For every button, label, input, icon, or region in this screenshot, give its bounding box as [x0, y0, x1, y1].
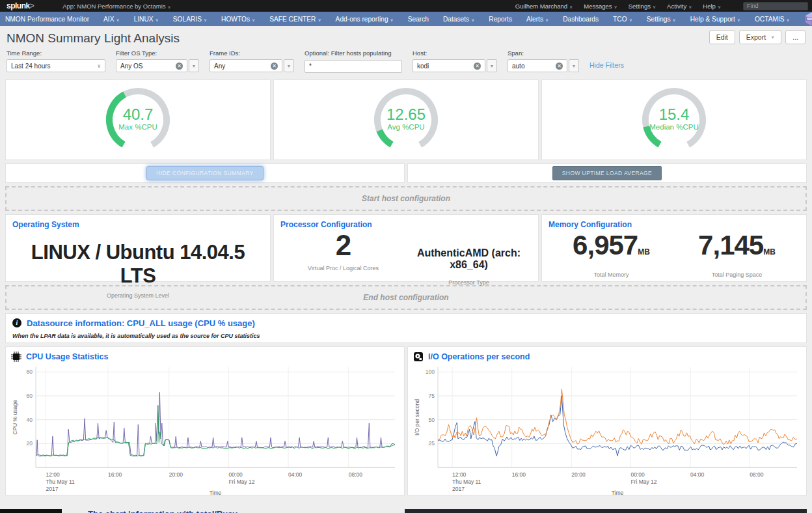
nav-item-datasets[interactable]: Datasets∨: [443, 16, 474, 23]
total-paging-value: 7,145MB: [674, 230, 800, 267]
topbar-menu-guilhem-marchand[interactable]: Guilhem Marchand∨: [515, 3, 573, 10]
nav-item-safe-center[interactable]: SAFE CENTER∨: [269, 16, 321, 23]
app-menu[interactable]: App: NMON Performance by Octamis∨: [62, 3, 171, 10]
chevron-down-icon: ∨: [318, 18, 321, 22]
cpu-usage-chart[interactable]: 20406080CPU % usage12:00Thu May 11201716…: [11, 363, 399, 495]
chevron-down-icon: ∨: [116, 18, 120, 22]
frame-ids-combo[interactable]: Any✕: [210, 59, 282, 72]
more-button[interactable]: ...: [785, 30, 805, 44]
span-label: Span:: [508, 49, 579, 57]
svg-text:04:00: 04:00: [288, 471, 303, 478]
show-uptime-load-average-button[interactable]: SHOW UPTIME LOAD AVERAGE: [552, 166, 662, 180]
nmon-cube-icon: NMON: [804, 12, 812, 26]
nav-item-aix[interactable]: AIX∨: [103, 16, 120, 23]
operating-system-title: Operating System: [12, 220, 264, 229]
filter-os-type: Filter OS Type: Any OS✕ ▼: [116, 49, 199, 72]
chevron-down-icon: ∨: [673, 18, 676, 22]
nav-item-reports[interactable]: Reports: [489, 16, 512, 23]
nav-item-solaris[interactable]: SOLARIS∨: [173, 16, 207, 23]
span-combo[interactable]: auto✕: [508, 59, 567, 72]
nav-item-search[interactable]: Search: [408, 16, 429, 23]
chevron-down-icon: ∨: [629, 18, 632, 22]
os-type-dropdown-button[interactable]: ▼: [189, 59, 199, 72]
io-chart-title: I/O Operations per second: [428, 352, 530, 361]
hosts-populating-label: Optional: Filter hosts populating: [304, 49, 402, 57]
gauge-label: Median %CPU: [649, 123, 698, 131]
nav-item-settings[interactable]: Settings∨: [647, 16, 676, 23]
operating-system-panel: Operating System LINUX / Ubuntu 14.04.5 …: [5, 214, 271, 282]
chevron-down-icon: ∨: [204, 18, 207, 22]
export-button[interactable]: Export∨: [739, 30, 781, 44]
chevron-down-icon: ∨: [390, 18, 394, 22]
filter-time-range: Time Range: Last 24 hours∨: [7, 49, 105, 72]
cpu-chip-icon: [11, 352, 21, 362]
edit-button[interactable]: Edit: [709, 30, 735, 44]
svg-text:16:00: 16:00: [512, 471, 526, 478]
chevron-down-icon: ∨: [718, 5, 721, 9]
hosts-populating-input[interactable]: [304, 60, 402, 73]
svg-text:20:00: 20:00: [571, 471, 586, 478]
host-combo[interactable]: kodi✕: [413, 59, 485, 72]
splunk-logo-caret: >: [30, 1, 34, 10]
chevron-down-icon: ∨: [168, 5, 171, 9]
chevron-down-icon: ∨: [614, 5, 617, 9]
nav-item-linux[interactable]: LINUX∨: [134, 16, 159, 23]
chevron-down-icon: ∨: [653, 5, 656, 9]
virtual-proc-value: 2: [280, 230, 406, 260]
processor-configuration-panel: Processor Configuration 2 Virtual Proc /…: [273, 214, 539, 282]
cpu-usage-chart-panel: CPU Usage Statistics 20406080CPU % usage…: [5, 346, 405, 495]
clear-icon[interactable]: ✕: [271, 62, 278, 70]
clear-icon[interactable]: ✕: [474, 62, 481, 70]
svg-text:08:00: 08:00: [349, 471, 363, 478]
nav-item-dashboards[interactable]: Dashboards: [563, 16, 599, 23]
filter-frame-ids: Frame IDs: Any✕ ▼: [210, 49, 294, 72]
series-cpu-green: [36, 405, 395, 456]
nav-item-howtos[interactable]: HOWTOs∨: [221, 16, 255, 23]
radial-gauge: 15.4 Median %CPU: [636, 82, 712, 158]
gauge-panel-max-cpu: 40.7 Max %CPU: [5, 79, 271, 160]
filter-bar: Time Range: Last 24 hours∨ Filter OS Typ…: [0, 46, 812, 79]
nav-item-add-ons-reporting[interactable]: Add-ons reporting∨: [336, 16, 394, 23]
span-dropdown-button[interactable]: ▼: [569, 59, 579, 72]
io-operations-chart-panel: I/O Operations per second 255075100I/O p…: [407, 346, 807, 495]
chevron-down-icon: ∨: [156, 18, 159, 22]
time-range-select[interactable]: Last 24 hours∨: [7, 59, 105, 72]
nav-item-octamis[interactable]: OCTAMIS∨: [755, 16, 790, 23]
find-input[interactable]: [743, 2, 808, 10]
splunk-logo[interactable]: splunk>: [7, 1, 34, 10]
nav-item-nmon-performance-monitor[interactable]: NMON Performance Monitor: [5, 16, 89, 23]
svg-text:Thu May 11: Thu May 11: [46, 478, 75, 485]
os-type-combo[interactable]: Any OS✕: [116, 59, 187, 72]
clear-icon[interactable]: ✕: [176, 62, 183, 70]
nav-item-tco[interactable]: TCO∨: [613, 16, 632, 23]
topbar-menu-activity[interactable]: Activity∨: [667, 3, 692, 10]
frame-ids-label: Frame IDs:: [210, 49, 294, 57]
svg-text:I/O per second: I/O per second: [414, 398, 420, 435]
host-dropdown-button[interactable]: ▼: [487, 59, 497, 72]
nav-item-help-support[interactable]: Help & Support∨: [690, 16, 740, 23]
gauge-label: Max %CPU: [118, 123, 157, 131]
svg-text:100: 100: [426, 368, 435, 375]
chevron-down-icon: ∨: [252, 18, 255, 22]
hide-filters-link[interactable]: Hide Filters: [589, 61, 624, 69]
svg-text:16:00: 16:00: [108, 471, 122, 478]
gauge-panel-median-cpu: 15.4 Median %CPU: [541, 79, 807, 160]
topbar-menus: Guilhem Marchand∨Messages∨Settings∨Activ…: [515, 3, 732, 10]
topbar-menu-messages[interactable]: Messages∨: [584, 3, 617, 10]
filter-host: Host: kodi✕ ▼: [413, 49, 497, 72]
svg-text:60: 60: [27, 393, 33, 399]
topbar-menu-help[interactable]: Help∨: [703, 3, 721, 10]
svg-text:Time: Time: [210, 490, 222, 495]
io-operations-chart[interactable]: 255075100I/O per second12:00Thu May 1120…: [413, 363, 801, 495]
nav-item-alerts[interactable]: Alerts∨: [526, 16, 548, 23]
hide-configuration-summary-button[interactable]: HIDE CONFIGURATION SUMMARY: [146, 166, 263, 180]
topbar-menu-settings[interactable]: Settings∨: [629, 3, 656, 10]
frame-ids-dropdown-button[interactable]: ▼: [284, 59, 294, 72]
filter-hosts-populating: Optional: Filter hosts populating: [304, 49, 402, 73]
clear-icon[interactable]: ✕: [556, 62, 563, 70]
svg-text:12:00: 12:00: [452, 471, 467, 478]
svg-text:NMON: NMON: [807, 18, 812, 21]
clipped-next-row: The chart information with total/Busy: [0, 509, 812, 513]
svg-text:Fri May 12: Fri May 12: [630, 478, 656, 485]
clipped-panel-icon: [0, 509, 62, 513]
